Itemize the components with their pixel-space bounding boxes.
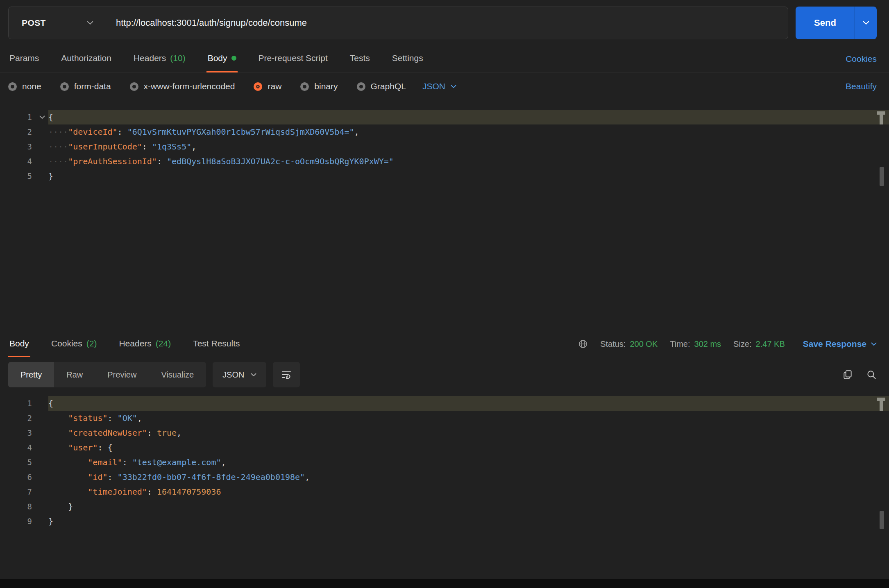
code-line: 1{ bbox=[0, 396, 889, 411]
tab-test-results[interactable]: Test Results bbox=[192, 331, 241, 357]
body-type-form-data[interactable]: form-data bbox=[60, 81, 111, 91]
response-size: Size:2.47 KB bbox=[733, 339, 785, 349]
fold-caret-icon[interactable] bbox=[36, 110, 48, 124]
tab-headers[interactable]: Headers(24) bbox=[118, 331, 172, 357]
wrap-text-icon bbox=[281, 369, 292, 380]
radio-icon bbox=[8, 82, 17, 91]
save-response-button[interactable]: Save Response bbox=[803, 339, 877, 349]
scrollbar-thumb[interactable] bbox=[880, 167, 884, 186]
line-number: 1 bbox=[0, 110, 36, 124]
save-response-label: Save Response bbox=[803, 339, 866, 349]
line-number: 1 bbox=[0, 396, 36, 411]
language-select[interactable]: JSON bbox=[422, 81, 456, 91]
chevron-down-icon bbox=[871, 342, 877, 346]
request-tabs: ParamsAuthorizationHeaders(10)BodyPre-re… bbox=[0, 45, 889, 73]
postman-app: POST Send ParamsAuthorizationHeaders(10)… bbox=[0, 0, 889, 588]
response-language-label: JSON bbox=[222, 370, 244, 380]
body-type-options: noneform-datax-www-form-urlencodedrawbin… bbox=[8, 81, 406, 91]
view-tab-raw[interactable]: Raw bbox=[54, 362, 95, 387]
body-type-x-www-form-urlencoded[interactable]: x-www-form-urlencoded bbox=[130, 81, 235, 91]
line-number: 3 bbox=[0, 139, 36, 154]
url-input[interactable] bbox=[105, 7, 788, 39]
radio-icon bbox=[60, 82, 69, 91]
view-tab-visualize[interactable]: Visualize bbox=[149, 362, 206, 387]
view-tab-preview[interactable]: Preview bbox=[95, 362, 149, 387]
response-status-value: 200 OK bbox=[630, 339, 658, 349]
code-line: 5 "email": "test@example.com", bbox=[0, 455, 889, 470]
wrap-text-button[interactable] bbox=[273, 362, 300, 387]
code-line: 3 "createdNewUser": true, bbox=[0, 425, 889, 440]
line-number: 4 bbox=[0, 440, 36, 455]
response-meta: Status:200 OKTime:302 msSize:2.47 KB Sav… bbox=[578, 331, 877, 357]
scroll-marker bbox=[877, 111, 886, 124]
body-type-row: noneform-datax-www-form-urlencodedrawbin… bbox=[0, 73, 889, 100]
footer-bar bbox=[0, 579, 889, 588]
send-button[interactable]: Send bbox=[796, 7, 877, 39]
body-type-graphql[interactable]: GraphQL bbox=[357, 81, 406, 91]
code-line: 4 "user": { bbox=[0, 440, 889, 455]
line-number: 8 bbox=[0, 499, 36, 514]
line-number: 6 bbox=[0, 470, 36, 484]
tab-pre-request-script[interactable]: Pre-request Script bbox=[257, 45, 329, 72]
tab-body[interactable]: Body bbox=[8, 331, 30, 357]
body-type-binary[interactable]: binary bbox=[300, 81, 338, 91]
beautify-link[interactable]: Beautify bbox=[846, 81, 877, 91]
method-selector[interactable]: POST bbox=[9, 7, 105, 39]
line-number: 5 bbox=[0, 169, 36, 183]
response-time-value: 302 ms bbox=[694, 339, 721, 349]
send-options-chevron-icon[interactable] bbox=[855, 7, 877, 39]
body-type-raw[interactable]: raw bbox=[254, 81, 281, 91]
search-response-icon[interactable] bbox=[866, 369, 877, 380]
unsaved-changes-dot bbox=[231, 56, 236, 61]
code-line: 5} bbox=[0, 169, 889, 183]
tab-authorization[interactable]: Authorization bbox=[60, 45, 113, 72]
copy-response-icon[interactable] bbox=[842, 369, 853, 380]
tab-cookies[interactable]: Cookies(2) bbox=[50, 331, 98, 357]
code-line: 6 "id": "33b22fd0-bb07-4f6f-8fde-249ea0b… bbox=[0, 470, 889, 484]
response-size-value: 2.47 KB bbox=[756, 339, 785, 349]
request-url-bar: POST Send bbox=[0, 0, 889, 45]
method-label: POST bbox=[22, 18, 46, 28]
language-label: JSON bbox=[422, 81, 445, 91]
cookies-link[interactable]: Cookies bbox=[846, 54, 877, 64]
code-line: 4····"preAuthSessionId": "edBQyslH8aSoB3… bbox=[0, 154, 889, 169]
line-number: 5 bbox=[0, 455, 36, 470]
code-line: 3····"userInputCode": "1q3Ss5", bbox=[0, 139, 889, 154]
line-number: 4 bbox=[0, 154, 36, 169]
code-line: 1{ bbox=[0, 110, 889, 124]
scrollbar-thumb[interactable] bbox=[880, 511, 884, 529]
tab-tests[interactable]: Tests bbox=[349, 45, 371, 72]
line-number: 2 bbox=[0, 411, 36, 425]
response-toolbar-actions bbox=[842, 369, 877, 380]
chevron-down-icon bbox=[87, 21, 93, 25]
response-header: BodyCookies(2)Headers(24)Test Results St… bbox=[0, 331, 889, 357]
line-number: 2 bbox=[0, 124, 36, 139]
network-globe-icon[interactable] bbox=[578, 339, 588, 349]
tab-headers[interactable]: Headers(10) bbox=[132, 45, 187, 72]
request-code-lines: 1{2····"deviceId": "6Q1vSrmKtuvPYGXah00r… bbox=[0, 110, 889, 183]
body-type-none[interactable]: none bbox=[8, 81, 41, 91]
response-time: Time:302 ms bbox=[670, 339, 721, 349]
radio-icon bbox=[254, 82, 262, 91]
url-container: POST bbox=[8, 7, 788, 39]
tab-body[interactable]: Body bbox=[206, 45, 238, 72]
response-body-editor[interactable]: 1{2 "status": "OK",3 "createdNewUser": t… bbox=[0, 396, 889, 578]
response-code-lines: 1{2 "status": "OK",3 "createdNewUser": t… bbox=[0, 396, 889, 529]
tab-settings[interactable]: Settings bbox=[391, 45, 424, 72]
chevron-down-icon bbox=[251, 373, 256, 377]
tab-params[interactable]: Params bbox=[8, 45, 40, 72]
request-body-editor[interactable]: 1{2····"deviceId": "6Q1vSrmKtuvPYGXah00r… bbox=[0, 110, 889, 331]
response-language-select[interactable]: JSON bbox=[213, 362, 266, 387]
code-line: 2····"deviceId": "6Q1vSrmKtuvPYGXah00r1c… bbox=[0, 124, 889, 139]
send-button-label: Send bbox=[796, 7, 855, 39]
code-line: 2 "status": "OK", bbox=[0, 411, 889, 425]
radio-icon bbox=[357, 82, 365, 91]
view-tab-pretty[interactable]: Pretty bbox=[8, 362, 54, 387]
radio-icon bbox=[300, 82, 309, 91]
code-line: 8 } bbox=[0, 499, 889, 514]
scroll-marker bbox=[877, 398, 886, 411]
response-view-tabs: PrettyRawPreviewVisualize bbox=[8, 362, 206, 387]
response-meta-values: Status:200 OKTime:302 msSize:2.47 KB bbox=[600, 339, 785, 349]
response-status: Status:200 OK bbox=[600, 339, 658, 349]
response-tabs: BodyCookies(2)Headers(24)Test Results bbox=[8, 331, 261, 357]
